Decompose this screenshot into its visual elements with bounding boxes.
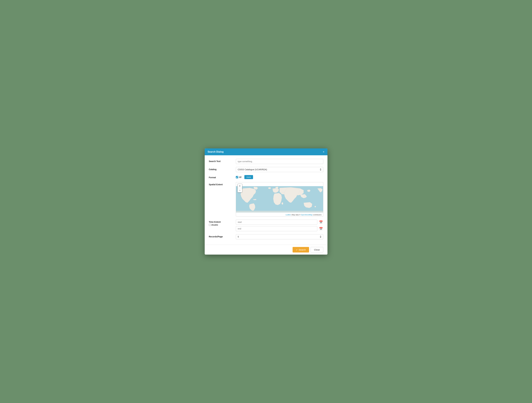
search-text-input[interactable]	[236, 159, 323, 164]
dialog-header: Search Dialog ×	[205, 148, 328, 155]
records-per-page-wrap: 5 10 20 50 100	[236, 234, 323, 239]
calendar-start-icon[interactable]: 📅	[319, 220, 323, 224]
time-inputs-wrap: 📅 📅	[236, 220, 323, 231]
time-disable-label[interactable]: disable	[209, 224, 236, 226]
map-canvas: + − Leaflet | Map data © OpenStreetMap c…	[236, 182, 323, 216]
format-all-label: All	[239, 176, 241, 178]
search-button[interactable]: ✓ Search	[293, 247, 309, 252]
time-disable-text: disable	[211, 224, 218, 226]
format-all-checkbox[interactable]	[236, 176, 238, 178]
dialog-footer: ✓ Search Close	[205, 245, 328, 255]
records-per-page-row: Records/Page 5 10 20 50 100	[209, 234, 323, 239]
leaflet-link[interactable]: Leaflet	[285, 214, 291, 216]
zoom-in-button[interactable]: +	[238, 184, 242, 188]
close-button[interactable]: Close	[310, 247, 323, 252]
search-button-label: Search	[299, 249, 306, 251]
time-end-row: 📅	[236, 226, 323, 231]
format-options: All more	[236, 175, 323, 179]
catalog-select[interactable]: CSISS Catalogue (UCAR/RDA)	[236, 167, 323, 172]
format-wrap: All more	[236, 175, 323, 179]
search-text-row: Search Text	[209, 159, 323, 164]
time-disable-checkbox[interactable]	[209, 224, 211, 226]
map-attribution-text: | Map data ©	[291, 214, 301, 216]
time-start-row: 📅	[236, 220, 323, 225]
format-row: Format All more	[209, 175, 323, 179]
time-extent-row: Time Extent disable 📅 📅	[209, 220, 323, 231]
time-extent-label: Time Extent	[209, 221, 236, 223]
svg-rect-1	[236, 211, 323, 212]
search-checkmark-icon: ✓	[296, 249, 298, 251]
catalog-label: Catalog	[209, 167, 236, 171]
format-more-button[interactable]: more	[244, 175, 253, 179]
spatial-extent-row: Spatial Extent	[209, 182, 323, 217]
search-dialog: Search Dialog × Search Text Catalog CSIS…	[205, 148, 328, 255]
dialog-title: Search Dialog	[208, 151, 224, 153]
calendar-end-icon[interactable]: 📅	[319, 226, 323, 231]
osm-link[interactable]: OpenStreetMap	[301, 214, 312, 216]
world-map-svg	[236, 182, 323, 216]
time-extent-label-wrap: Time Extent disable	[209, 220, 236, 226]
map-attribution: Leaflet | Map data © OpenStreetMap contr…	[285, 214, 322, 216]
search-text-label: Search Text	[209, 159, 236, 162]
format-all-checkbox-label[interactable]: All	[236, 176, 241, 178]
map-attribution-suffix: contributors	[313, 214, 322, 216]
zoom-out-button[interactable]: −	[238, 188, 242, 192]
time-start-input[interactable]	[236, 220, 317, 225]
dialog-body: Search Text Catalog CSISS Catalogue (UCA…	[205, 155, 328, 245]
records-per-page-label: Records/Page	[209, 234, 236, 238]
spatial-extent-label: Spatial Extent	[209, 182, 236, 186]
map-container[interactable]: + − Leaflet | Map data © OpenStreetMap c…	[236, 182, 323, 217]
dialog-close-button[interactable]: ×	[323, 151, 324, 153]
map-zoom-controls: + −	[237, 184, 242, 192]
catalog-wrap: CSISS Catalogue (UCAR/RDA)	[236, 167, 323, 172]
spatial-extent-wrap: + − Leaflet | Map data © OpenStreetMap c…	[236, 182, 323, 217]
dialog-overlay: Search Dialog × Search Text Catalog CSIS…	[205, 148, 328, 255]
search-text-wrap	[236, 159, 323, 164]
catalog-row: Catalog CSISS Catalogue (UCAR/RDA)	[209, 167, 323, 172]
format-label: Format	[209, 175, 236, 179]
time-end-input[interactable]	[236, 226, 317, 231]
records-per-page-select[interactable]: 5 10 20 50 100	[236, 234, 323, 239]
